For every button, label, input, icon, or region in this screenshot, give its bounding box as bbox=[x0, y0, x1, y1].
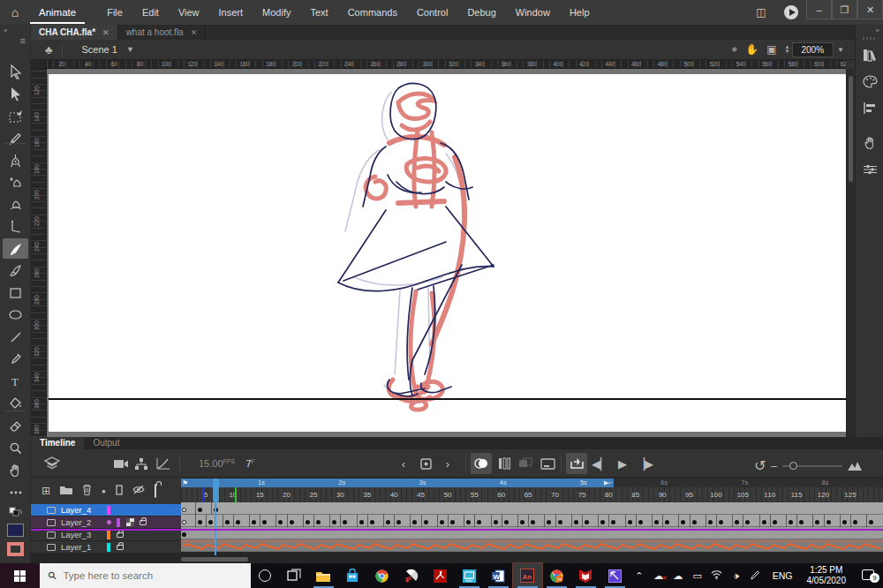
keyframe[interactable] bbox=[574, 520, 578, 524]
keyframe[interactable] bbox=[332, 520, 336, 524]
center-stage-icon[interactable]: ⌖ bbox=[731, 43, 737, 56]
rectangle-tool-icon[interactable] bbox=[3, 283, 28, 303]
wifi-icon[interactable] bbox=[707, 570, 727, 581]
workspace-icon[interactable]: ◫ bbox=[746, 6, 776, 19]
pen-tool-icon[interactable] bbox=[3, 150, 28, 170]
frame-span-icon[interactable] bbox=[537, 453, 558, 474]
hand-pan-icon[interactable]: ✋ bbox=[745, 43, 758, 56]
library-panel-icon[interactable] bbox=[858, 44, 881, 65]
hand-tool-icon[interactable] bbox=[3, 460, 28, 480]
default-colors-icon[interactable] bbox=[3, 506, 28, 518]
layer-name[interactable]: Layer_4 bbox=[61, 505, 107, 515]
insert-keyframe-icon[interactable] bbox=[415, 453, 436, 474]
empty-keyframe[interactable] bbox=[182, 508, 186, 512]
keyframe[interactable] bbox=[735, 520, 739, 524]
keyframe[interactable] bbox=[278, 520, 283, 524]
keyframe[interactable] bbox=[585, 520, 589, 524]
chrome-h-taskbar-icon[interactable]: H bbox=[542, 563, 571, 588]
pen-workspace-icon[interactable] bbox=[746, 570, 766, 582]
menu-item-help[interactable]: Help bbox=[560, 0, 600, 25]
keyframe[interactable] bbox=[412, 520, 417, 524]
document-tab[interactable]: what a hoot.fla✕ bbox=[118, 25, 207, 40]
restore-button[interactable]: ❐ bbox=[832, 0, 857, 19]
color-panel-icon[interactable] bbox=[858, 71, 881, 92]
layer-outline-color-swatch[interactable] bbox=[117, 518, 120, 527]
keyframe[interactable] bbox=[208, 520, 213, 524]
search-input[interactable] bbox=[63, 570, 230, 581]
animate-taskbar-icon[interactable]: An bbox=[513, 563, 542, 588]
keyframe[interactable] bbox=[762, 520, 766, 524]
keyframe[interactable] bbox=[681, 520, 685, 524]
keyframe[interactable] bbox=[477, 520, 481, 524]
keyframe[interactable] bbox=[424, 520, 428, 524]
zoom-tool-icon[interactable] bbox=[3, 438, 28, 458]
keyframe[interactable] bbox=[789, 520, 793, 524]
keyframe[interactable] bbox=[386, 520, 390, 524]
selection-tool-icon[interactable] bbox=[3, 62, 28, 82]
timeline-tab-timeline[interactable]: Timeline bbox=[31, 437, 84, 449]
loop-playback-icon[interactable] bbox=[566, 453, 587, 474]
keyframe[interactable] bbox=[654, 520, 659, 524]
file-explorer-taskbar-icon[interactable] bbox=[309, 563, 338, 588]
layer-row-layer_3[interactable]: Layer_3 bbox=[31, 529, 181, 541]
task-view-taskbar-icon[interactable] bbox=[280, 563, 309, 588]
keyframe[interactable] bbox=[531, 520, 535, 524]
keyframe[interactable] bbox=[520, 520, 525, 524]
step-forward-icon[interactable]: ▕▶ bbox=[634, 453, 655, 474]
menu-item-insert[interactable]: Insert bbox=[209, 0, 253, 25]
delete-layer-icon[interactable] bbox=[82, 484, 92, 498]
keyframe[interactable] bbox=[504, 520, 509, 524]
language-indicator[interactable]: ENG bbox=[766, 570, 800, 581]
lock-all-icon[interactable] bbox=[155, 485, 156, 497]
clock[interactable]: 1:25 PM 4/05/2020 bbox=[800, 565, 854, 586]
frame-number-ruler[interactable]: 5101520253035404550556065707580859095100… bbox=[181, 487, 883, 502]
timeline-zoom-out-icon[interactable]: – bbox=[771, 460, 777, 472]
scene-label[interactable]: Scene 1 bbox=[82, 44, 117, 55]
frame-row-layer_1[interactable] bbox=[181, 539, 883, 552]
keyframe[interactable] bbox=[290, 520, 294, 524]
range-end-flag[interactable]: ▶⌐ bbox=[604, 479, 612, 486]
layer-parenting-icon[interactable] bbox=[131, 453, 152, 474]
keyframe[interactable] bbox=[869, 520, 873, 524]
quick-share-icon[interactable] bbox=[776, 5, 806, 19]
keyframe[interactable] bbox=[745, 520, 750, 524]
timeline-horizontal-scrollbar[interactable] bbox=[181, 555, 883, 563]
pencil-tool-icon[interactable] bbox=[3, 128, 28, 148]
keyframe[interactable] bbox=[692, 520, 697, 524]
word-taskbar-icon[interactable]: W bbox=[484, 563, 513, 588]
layer-outline-color-swatch[interactable] bbox=[107, 531, 110, 539]
camera-icon[interactable] bbox=[110, 453, 132, 474]
timeline-zoom-slider[interactable] bbox=[782, 465, 842, 467]
close-tab-icon[interactable]: ✕ bbox=[191, 28, 198, 37]
layer-outline-color-swatch[interactable] bbox=[107, 543, 110, 552]
clip-content-icon[interactable]: ▣ bbox=[766, 43, 776, 56]
zoom-level-field[interactable]: 200% bbox=[792, 42, 834, 57]
keyframe[interactable] bbox=[306, 520, 310, 524]
layer-name[interactable]: Layer_2 bbox=[61, 517, 107, 527]
menu-item-edit[interactable]: Edit bbox=[132, 0, 169, 25]
menu-item-view[interactable]: View bbox=[169, 0, 209, 25]
collapse-tools-icon[interactable]: « bbox=[4, 26, 7, 34]
hidden-icons-chevron[interactable]: ⌃ bbox=[630, 570, 649, 582]
chrome-taskbar-icon[interactable] bbox=[367, 563, 396, 588]
zoom-stepper[interactable]: ▲▼ bbox=[785, 45, 790, 54]
snip-tool-taskbar-icon[interactable] bbox=[396, 563, 426, 588]
keyframe[interactable] bbox=[252, 520, 256, 524]
scene-icon[interactable]: ♣ bbox=[31, 43, 63, 57]
menu-item-window[interactable]: Window bbox=[506, 0, 560, 25]
keyframe[interactable] bbox=[558, 520, 562, 524]
timeline-zoom-in-icon[interactable] bbox=[848, 458, 862, 474]
step-back-icon[interactable]: ◀▏ bbox=[590, 453, 611, 474]
frame-row-layer_4[interactable] bbox=[181, 502, 883, 515]
expand-dock-icon[interactable]: » bbox=[876, 26, 879, 34]
layers-stack-icon[interactable] bbox=[42, 453, 63, 474]
cortana-taskbar-icon[interactable] bbox=[251, 563, 280, 588]
cloud-sync-icon[interactable]: ☁ bbox=[668, 570, 688, 582]
layer-row-layer_1[interactable]: Layer_1 bbox=[31, 541, 181, 554]
line-tool-icon[interactable] bbox=[3, 327, 28, 347]
app-title[interactable]: Animate bbox=[30, 2, 85, 24]
play-icon[interactable]: ▶ bbox=[612, 453, 633, 474]
start-button[interactable] bbox=[0, 563, 40, 588]
keyframe[interactable] bbox=[316, 520, 321, 524]
minimize-button[interactable]: – bbox=[806, 0, 832, 19]
